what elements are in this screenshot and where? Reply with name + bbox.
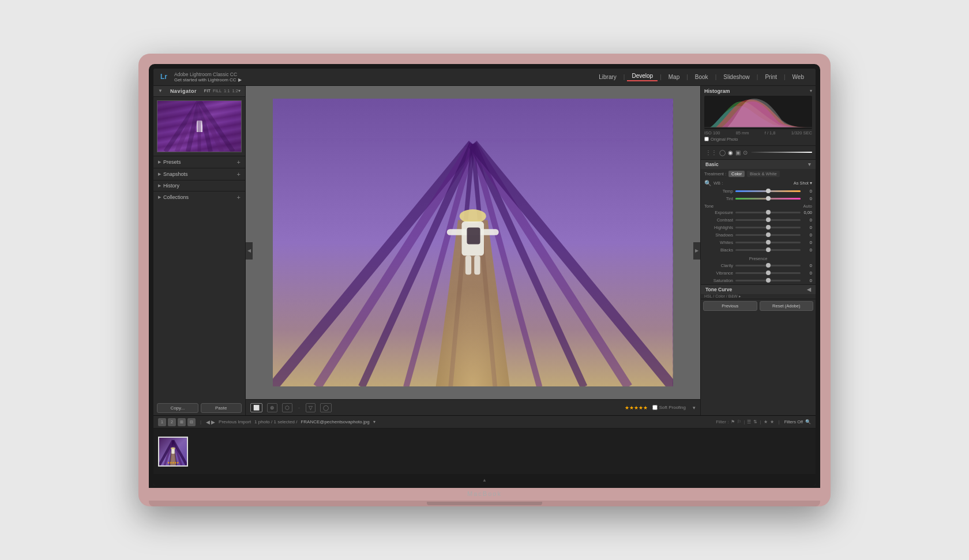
nav-book[interactable]: Book xyxy=(690,74,713,80)
presets-header[interactable]: ▶ Presets + xyxy=(153,156,245,168)
import-label[interactable]: Previous Import xyxy=(219,419,251,424)
app-title-arrow[interactable]: ▶ xyxy=(238,77,242,82)
lavender-field xyxy=(273,99,673,387)
filter-search-icon[interactable]: 🔍 xyxy=(805,419,811,424)
snapshots-header[interactable]: ▶ Snapshots + xyxy=(153,168,245,180)
saturation-slider[interactable] xyxy=(735,280,801,281)
histogram-arrow[interactable]: ▾ xyxy=(810,88,812,93)
redeye-tool[interactable]: ⬡ xyxy=(282,403,292,412)
photo-area[interactable] xyxy=(246,86,700,399)
exposure-thumb[interactable] xyxy=(766,210,771,215)
path-arrow[interactable]: ▾ xyxy=(373,419,375,424)
presets-section: ▶ Presets + xyxy=(153,156,245,168)
filter-list-icon[interactable]: ☰ xyxy=(747,419,751,424)
tint-slider[interactable] xyxy=(735,198,801,200)
crop-tool[interactable]: ⬜ xyxy=(250,403,262,412)
whites-slider[interactable] xyxy=(735,242,801,243)
tone-curve-title[interactable]: Tone Curve ◀ xyxy=(701,285,816,294)
radial-filter[interactable]: ◯ xyxy=(320,403,332,412)
history-section: ▶ History xyxy=(153,180,245,191)
rating-stars[interactable]: ★★★★★ xyxy=(625,405,648,411)
bw-button[interactable]: Black & White xyxy=(747,171,780,177)
vibrance-thumb[interactable] xyxy=(766,270,771,275)
spot-remove-tool[interactable]: ⊕ xyxy=(267,403,277,412)
tool-slider[interactable] xyxy=(751,152,812,153)
shadows-thumb[interactable] xyxy=(766,232,771,237)
graduated-filter[interactable]: ▽ xyxy=(306,403,316,412)
nav-print[interactable]: Print xyxy=(760,74,782,80)
loupe-view-icon[interactable]: 2 xyxy=(168,418,176,426)
filter-sort-icon[interactable]: ⇅ xyxy=(753,419,757,424)
tint-thumb[interactable] xyxy=(766,196,771,201)
nav-right-icon[interactable]: ▶ xyxy=(211,419,215,425)
reset-button[interactable]: Reset (Adobe) xyxy=(760,301,814,311)
nav-web[interactable]: Web xyxy=(788,74,809,80)
snapshots-add[interactable]: + xyxy=(237,171,241,178)
nav-slideshow[interactable]: Slideshow xyxy=(719,74,754,80)
presets-add[interactable]: + xyxy=(237,159,241,166)
temp-slider[interactable] xyxy=(735,190,801,192)
clarity-thumb[interactable] xyxy=(766,263,771,268)
toolbar-expand[interactable]: ▾ xyxy=(693,405,696,411)
tone-auto[interactable]: Auto xyxy=(803,204,812,209)
filter-stars-icon[interactable]: ★ xyxy=(764,419,768,424)
soft-proofing-label: Soft Proofing xyxy=(659,405,686,410)
tool-grid[interactable]: ⋮⋮ xyxy=(704,148,718,157)
tool-circle[interactable]: ◯ xyxy=(718,148,727,157)
compare-view-icon[interactable]: ⊞ xyxy=(178,418,186,426)
whites-value: 0 xyxy=(803,240,812,245)
vibrance-slider[interactable] xyxy=(735,272,801,274)
filter-flag2-icon[interactable]: ⚐ xyxy=(737,419,741,424)
nav-fill[interactable]: FILL xyxy=(213,88,221,93)
navigator-header[interactable]: ▼ Navigator FIT FILL 1:1 1:2▾ xyxy=(153,86,245,97)
nav-1to1[interactable]: 1:1 xyxy=(224,88,230,93)
nav-left-icon[interactable]: ◀ xyxy=(206,419,210,425)
main-photo[interactable] xyxy=(273,99,673,387)
eyedropper-icon[interactable]: 🔍 xyxy=(704,180,711,186)
tool-ring[interactable]: ⊙ xyxy=(742,148,749,157)
nav-library[interactable]: Library xyxy=(594,74,621,80)
soft-proofing-checkbox[interactable] xyxy=(652,405,658,410)
filter-stars2-icon[interactable]: ★ xyxy=(770,419,774,424)
collections-add[interactable]: + xyxy=(237,194,241,201)
left-panel-collapse[interactable]: ◀ xyxy=(246,242,253,260)
original-photo-checkbox[interactable] xyxy=(704,137,709,141)
nav-develop[interactable]: Develop xyxy=(627,73,658,81)
copy-button[interactable]: Copy... xyxy=(157,403,198,413)
filters-off-label[interactable]: Filters Off xyxy=(784,419,803,424)
temp-thumb[interactable] xyxy=(766,189,771,193)
nav-fit[interactable]: FIT xyxy=(204,88,211,93)
nav-map[interactable]: Map xyxy=(664,74,684,80)
color-button[interactable]: Color xyxy=(728,171,745,177)
collections-header[interactable]: ▶ Collections + xyxy=(153,191,245,203)
basic-panel-title[interactable]: Basic ▾ xyxy=(701,160,816,169)
presets-arrow: ▶ xyxy=(158,160,161,164)
paste-button[interactable]: Paste xyxy=(201,403,242,413)
right-panel-collapse[interactable]: ▶ xyxy=(693,242,700,260)
clarity-slider[interactable] xyxy=(735,265,801,266)
contrast-thumb[interactable] xyxy=(766,217,771,222)
wb-value[interactable]: As Shot ▾ xyxy=(794,181,812,186)
focal-value: 85 mm xyxy=(736,130,749,136)
filter-flag-icon[interactable]: ⚑ xyxy=(731,419,735,424)
hsl-label[interactable]: HSL / Color / B&W ▸ xyxy=(704,294,741,299)
contrast-slider[interactable] xyxy=(735,219,801,221)
grid-view-icon[interactable]: 1 xyxy=(158,418,166,426)
highlights-slider[interactable] xyxy=(735,227,801,228)
exposure-slider[interactable] xyxy=(735,212,801,213)
history-header[interactable]: ▶ History xyxy=(153,181,245,191)
app-title-line1: Adobe Lightroom Classic CC xyxy=(174,72,242,77)
bottom-bar-arrow[interactable]: ▲ xyxy=(482,478,487,483)
highlights-thumb[interactable] xyxy=(766,225,771,230)
tool-target[interactable]: ◉ xyxy=(727,148,734,157)
nav-ratio[interactable]: 1:2▾ xyxy=(232,88,241,93)
filmstrip-thumb[interactable]: ★★★★★ xyxy=(158,437,188,467)
survey-view-icon[interactable]: ⊟ xyxy=(187,418,196,426)
tool-square[interactable]: ▣ xyxy=(734,148,742,157)
previous-button[interactable]: Previous xyxy=(703,301,757,311)
shadows-slider[interactable] xyxy=(735,234,801,236)
blacks-thumb[interactable] xyxy=(766,247,771,252)
whites-thumb[interactable] xyxy=(766,240,771,245)
saturation-thumb[interactable] xyxy=(766,278,771,283)
blacks-slider[interactable] xyxy=(735,249,801,251)
